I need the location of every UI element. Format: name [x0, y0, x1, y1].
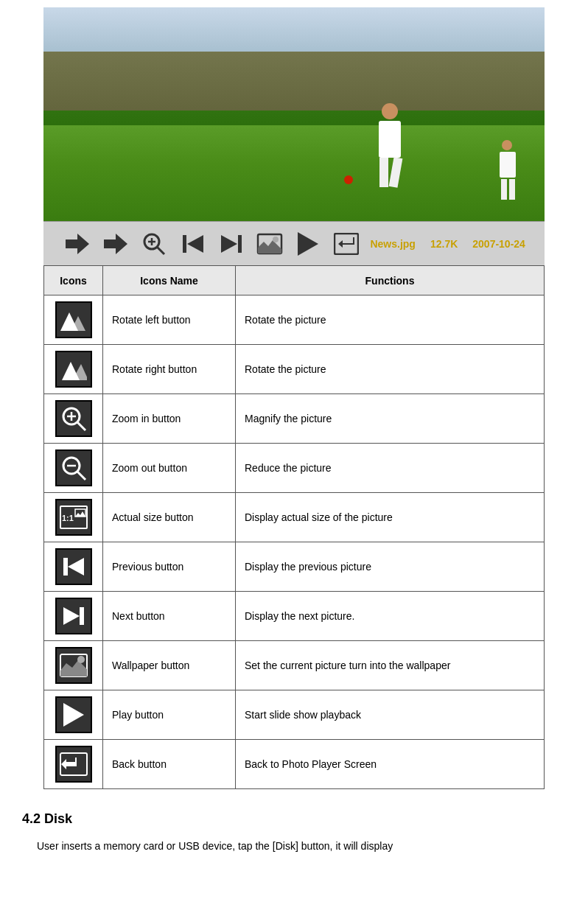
table-row: Wallpaper button Set the current picture…: [44, 641, 545, 690]
icon-cell-previous: [44, 542, 103, 592]
col-names: Icons Name: [103, 266, 236, 295]
svg-marker-9: [221, 235, 237, 253]
col-icons: Icons: [44, 266, 103, 295]
icons-table: Icons Icons Name Functions Rotate: [43, 265, 545, 789]
previous-toolbar-icon[interactable]: [178, 229, 208, 259]
image-viewer: News.jpg 12.7K 2007-10-24: [43, 7, 545, 265]
name-cell-play: Play button: [103, 690, 236, 740]
col-functions: Functions: [236, 266, 545, 295]
svg-line-3: [157, 247, 164, 254]
func-cell-zoom-out: Reduce the picture: [236, 444, 545, 493]
filedate: 2007-10-24: [472, 238, 525, 250]
icon-cell-wallpaper: [44, 641, 103, 690]
table-row: Play button Start slide show playback: [44, 690, 545, 740]
file-info: News.jpg 12.7K 2007-10-24: [370, 238, 525, 250]
photo-display: [43, 7, 545, 221]
wallpaper-toolbar-icon[interactable]: [255, 229, 284, 259]
section-heading: 4.2 Disk: [22, 811, 566, 827]
svg-line-21: [77, 422, 85, 430]
func-cell-zoom-in: Magnify the picture: [236, 394, 545, 444]
viewer-toolbar: News.jpg 12.7K 2007-10-24: [43, 221, 545, 265]
svg-marker-34: [63, 607, 80, 625]
icon-cell-zoom-in: [44, 394, 103, 444]
name-cell-back: Back button: [103, 740, 236, 789]
previous-icon: [55, 548, 92, 585]
svg-marker-11: [258, 240, 281, 253]
name-cell-rotate-left: Rotate left button: [103, 295, 236, 345]
rotate-right-icon: [55, 351, 92, 388]
back-toolbar-icon[interactable]: [332, 229, 361, 259]
back-icon: [55, 746, 92, 783]
icon-cell-next: [44, 592, 103, 641]
rotate-left-icon: [55, 301, 92, 338]
name-cell-next: Next button: [103, 592, 236, 641]
svg-marker-7: [187, 235, 203, 253]
section-text: User inserts a memory card or USB device…: [37, 838, 551, 854]
svg-marker-15: [338, 237, 354, 248]
svg-marker-0: [66, 234, 89, 254]
zoom-out-icon: [55, 450, 92, 486]
next-icon: [55, 598, 92, 634]
icon-cell-rotate-left: [44, 295, 103, 345]
svg-point-37: [77, 656, 85, 663]
actual-size-icon: 1:1: [55, 499, 92, 536]
svg-marker-40: [61, 758, 77, 769]
table-row: Rotate right button Rotate the picture: [44, 345, 545, 394]
func-cell-rotate-right: Rotate the picture: [236, 345, 545, 394]
rotate-left-toolbar-icon[interactable]: [63, 229, 92, 259]
name-cell-wallpaper: Wallpaper button: [103, 641, 236, 690]
svg-marker-36: [60, 660, 87, 676]
func-cell-rotate-left: Rotate the picture: [236, 295, 545, 345]
icon-cell-back: [44, 740, 103, 789]
icon-cell-rotate-right: [44, 345, 103, 394]
name-cell-actual-size: Actual size button: [103, 493, 236, 542]
filename: News.jpg: [370, 238, 415, 250]
func-cell-next: Display the next picture.: [236, 592, 545, 641]
name-cell-zoom-in: Zoom in button: [103, 394, 236, 444]
func-cell-back: Back to Photo Player Screen: [236, 740, 545, 789]
table-row: 1:1 Actual size button Display actual si…: [44, 493, 545, 542]
wallpaper-icon: [55, 647, 92, 684]
table-row: Zoom out button Reduce the picture: [44, 444, 545, 493]
table-row: Back button Back to Photo Player Screen: [44, 740, 545, 789]
play-icon: [55, 696, 92, 733]
func-cell-actual-size: Display actual size of the picture: [236, 493, 545, 542]
zoom-in-icon: [55, 400, 92, 437]
svg-rect-8: [238, 235, 242, 253]
icon-cell-actual-size: 1:1: [44, 493, 103, 542]
svg-marker-38: [63, 703, 84, 727]
svg-line-25: [77, 472, 85, 480]
table-row: Rotate left button Rotate the picture: [44, 295, 545, 345]
svg-point-12: [273, 237, 279, 242]
section-42: 4.2 Disk User inserts a memory card or U…: [0, 811, 588, 854]
name-cell-rotate-right: Rotate right button: [103, 345, 236, 394]
icons-table-container: Icons Icons Name Functions Rotate: [43, 265, 545, 789]
svg-marker-30: [75, 511, 85, 517]
table-row: Previous button Display the previous pic…: [44, 542, 545, 592]
svg-rect-6: [183, 235, 186, 253]
svg-marker-32: [68, 558, 84, 576]
next-toolbar-icon[interactable]: [217, 229, 246, 259]
rotate-right-toolbar-icon[interactable]: [101, 229, 130, 259]
svg-rect-31: [63, 558, 68, 576]
zoom-in-toolbar-icon[interactable]: [139, 229, 169, 259]
func-cell-wallpaper: Set the current picture turn into the wa…: [236, 641, 545, 690]
name-cell-zoom-out: Zoom out button: [103, 444, 236, 493]
svg-marker-1: [104, 234, 127, 254]
icon-cell-zoom-out: [44, 444, 103, 493]
svg-text:1:1: 1:1: [62, 514, 74, 522]
filesize: 12.7K: [430, 238, 458, 250]
svg-marker-13: [298, 232, 318, 256]
table-row: Zoom in button Magnify the picture: [44, 394, 545, 444]
func-cell-previous: Display the previous picture: [236, 542, 545, 592]
name-cell-previous: Previous button: [103, 542, 236, 592]
svg-rect-33: [80, 607, 84, 625]
table-row: Next button Display the next picture.: [44, 592, 545, 641]
icon-cell-play: [44, 690, 103, 740]
func-cell-play: Start slide show playback: [236, 690, 545, 740]
play-toolbar-icon[interactable]: [293, 229, 323, 259]
